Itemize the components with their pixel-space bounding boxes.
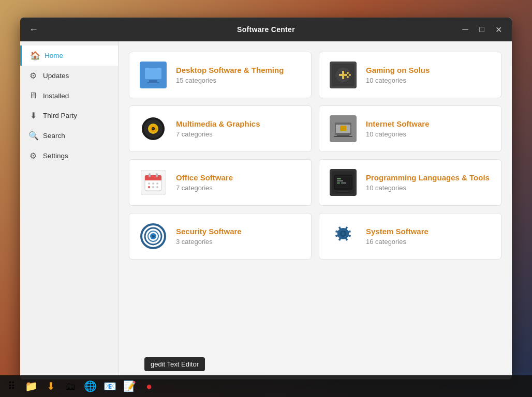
system-card-subtitle: 16 categories xyxy=(366,238,491,246)
installed-icon: 🖥 xyxy=(28,91,38,100)
svg-point-30 xyxy=(148,182,150,185)
system-icon xyxy=(330,223,357,250)
svg-rect-3 xyxy=(147,82,159,83)
svg-rect-1 xyxy=(145,68,161,79)
programming-card-text: Programming Languages & Tools 10 categor… xyxy=(366,173,491,192)
svg-point-9 xyxy=(349,74,351,76)
svg-point-50 xyxy=(152,235,155,238)
svg-rect-2 xyxy=(149,80,157,82)
taskbar-apps-grid[interactable]: ⠿ xyxy=(2,377,21,395)
taskbar: ⠿ 📁 ⬇ 🗂 🌐 📧 📝 ● xyxy=(0,375,532,397)
svg-rect-22 xyxy=(334,136,352,137)
window-title: Software Center xyxy=(237,25,295,34)
third-party-icon: ⬇ xyxy=(28,111,38,120)
home-icon: 🏠 xyxy=(30,51,39,60)
category-card-desktop[interactable]: Desktop Software & Theming 15 categories xyxy=(129,52,312,98)
taskbar-browser[interactable]: 🌐 xyxy=(81,377,99,395)
svg-rect-44 xyxy=(337,182,340,184)
gaming-card-subtitle: 10 categories xyxy=(366,77,491,84)
titlebar: ← Software Center ─ □ ✕ xyxy=(20,18,512,41)
svg-rect-23 xyxy=(340,126,346,131)
maximize-button[interactable]: □ xyxy=(475,22,489,37)
sidebar: 🏠 Home ⚙ Updates 🖥 Installed ⬇ Third Par… xyxy=(20,41,119,379)
sidebar-item-search[interactable]: 🔍 Search xyxy=(20,126,118,146)
main-content: Desktop Software & Theming 15 categories xyxy=(119,41,512,379)
internet-card-title: Internet Software xyxy=(366,119,491,128)
taskbar-text-editor[interactable]: 📝 xyxy=(120,377,139,395)
office-card-title: Office Software xyxy=(176,173,301,182)
system-card-text: System Software 16 categories xyxy=(366,227,491,246)
taskbar-mail[interactable]: 📧 xyxy=(100,377,119,395)
sidebar-label-third-party: Third Party xyxy=(43,112,77,119)
office-card-text: Office Software 7 categories xyxy=(176,173,301,192)
category-card-security[interactable]: Security Software 3 categories xyxy=(129,213,312,259)
multimedia-icon xyxy=(140,115,167,142)
back-button[interactable]: ← xyxy=(26,22,41,37)
svg-point-34 xyxy=(152,186,154,188)
office-card-subtitle: 7 categories xyxy=(176,184,301,192)
sidebar-item-updates[interactable]: ⚙ Updates xyxy=(20,66,118,86)
taskbar-app-red[interactable]: ● xyxy=(140,377,158,395)
category-card-multimedia[interactable]: Multimedia & Graphics 7 categories xyxy=(129,105,312,152)
sidebar-item-installed[interactable]: 🖥 Installed xyxy=(20,86,118,105)
system-card-title: System Software xyxy=(366,227,491,236)
svg-point-35 xyxy=(156,186,158,188)
security-icon xyxy=(140,223,167,250)
category-card-internet[interactable]: Internet Software 10 categories xyxy=(319,105,501,152)
internet-card-text: Internet Software 10 categories xyxy=(366,119,491,138)
programming-card-subtitle: 10 categories xyxy=(366,184,491,192)
taskbar-nemo[interactable]: 🗂 xyxy=(61,377,80,395)
internet-card-subtitle: 10 categories xyxy=(366,130,491,138)
category-card-programming[interactable]: Programming Languages & Tools 10 categor… xyxy=(319,159,501,206)
multimedia-card-subtitle: 7 categories xyxy=(176,130,301,138)
category-card-system[interactable]: System Software 16 categories xyxy=(319,213,501,259)
programming-icon xyxy=(330,169,357,196)
desktop-card-title: Desktop Software & Theming xyxy=(176,66,301,74)
svg-point-33 xyxy=(148,186,150,188)
svg-rect-27 xyxy=(145,179,161,180)
gaming-card-title: Gaming on Solus xyxy=(366,66,491,74)
sidebar-label-updates: Updates xyxy=(43,72,69,80)
svg-point-8 xyxy=(347,72,349,74)
svg-point-10 xyxy=(347,76,349,78)
sidebar-label-home: Home xyxy=(45,52,63,59)
sidebar-label-settings: Settings xyxy=(43,152,68,160)
category-card-office[interactable]: Office Software 7 categories xyxy=(129,159,312,206)
sidebar-item-home[interactable]: 🏠 Home xyxy=(20,45,118,66)
sidebar-item-third-party[interactable]: ⬇ Third Party xyxy=(20,105,118,126)
sidebar-item-settings[interactable]: ⚙ Settings xyxy=(20,146,118,166)
minimize-button[interactable]: ─ xyxy=(458,22,472,37)
svg-point-32 xyxy=(156,182,158,185)
security-card-text: Security Software 3 categories xyxy=(176,227,301,246)
gaming-card-text: Gaming on Solus 10 categories xyxy=(366,66,491,84)
desktop-icon xyxy=(140,62,167,88)
taskbar-package-manager[interactable]: ⬇ xyxy=(41,377,60,395)
svg-rect-45 xyxy=(341,182,346,184)
security-card-subtitle: 3 categories xyxy=(176,238,301,246)
main-window: ← Software Center ─ □ ✕ 🏠 Home ⚙ Updates… xyxy=(20,18,512,379)
svg-point-17 xyxy=(153,128,154,130)
window-controls: ─ □ ✕ xyxy=(458,22,506,37)
programming-card-title: Programming Languages & Tools xyxy=(366,173,491,182)
multimedia-card-title: Multimedia & Graphics xyxy=(176,119,301,128)
svg-rect-28 xyxy=(149,173,151,177)
taskbar-files[interactable]: 📁 xyxy=(22,377,40,395)
close-button[interactable]: ✕ xyxy=(491,22,506,37)
sidebar-label-search: Search xyxy=(43,132,65,140)
multimedia-card-text: Multimedia & Graphics 7 categories xyxy=(176,119,301,138)
category-card-gaming[interactable]: Gaming on Solus 10 categories xyxy=(319,52,501,98)
category-grid: Desktop Software & Theming 15 categories xyxy=(129,52,501,259)
desktop-card-subtitle: 15 categories xyxy=(176,77,301,84)
svg-rect-29 xyxy=(156,173,158,177)
gaming-icon xyxy=(330,62,357,88)
security-card-title: Security Software xyxy=(176,227,301,236)
svg-rect-41 xyxy=(336,192,350,193)
svg-rect-7 xyxy=(342,71,344,79)
svg-rect-43 xyxy=(337,180,343,181)
window-body: 🏠 Home ⚙ Updates 🖥 Installed ⬇ Third Par… xyxy=(20,41,512,379)
svg-point-31 xyxy=(152,182,154,185)
svg-point-52 xyxy=(342,232,345,235)
desktop-card-text: Desktop Software & Theming 15 categories xyxy=(176,66,301,84)
svg-rect-42 xyxy=(337,178,341,179)
internet-icon xyxy=(330,115,357,142)
